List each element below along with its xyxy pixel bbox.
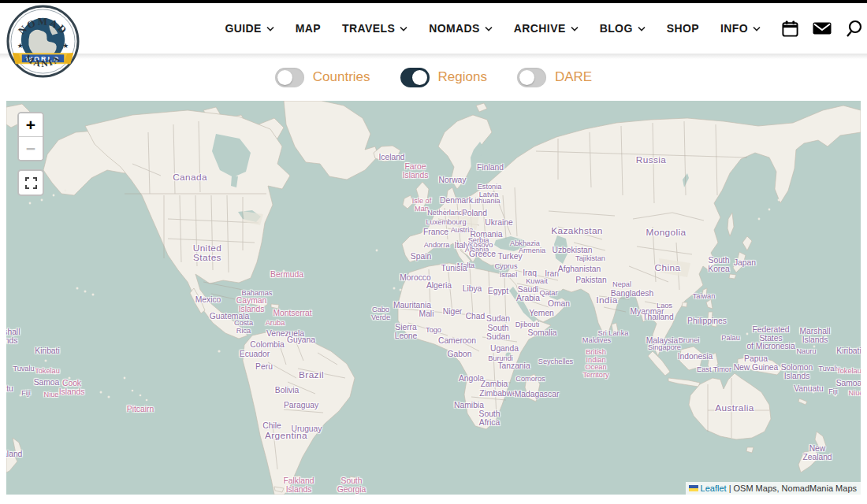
nomadmania-logo[interactable]: NOMAD ★ ★ WORLD MANIA: [6, 5, 80, 78]
regions-toggle[interactable]: [400, 68, 430, 87]
map-attribution: Leaflet | OSM Maps, NomadMania Maps: [686, 482, 861, 495]
chevron-down-icon: [571, 26, 579, 32]
toggle-label-dare: DARE: [555, 69, 592, 85]
leaflet-link[interactable]: Leaflet: [701, 484, 727, 493]
nav-item-label: GUIDE: [225, 22, 261, 35]
site-header: NOMAD ★ ★ WORLD MANIA GUIDEMAPTRAVELSNOM…: [0, 3, 867, 54]
toggle-group-regions: Regions: [400, 68, 487, 87]
attribution-separator: |: [729, 484, 731, 493]
countries-toggle[interactable]: [275, 68, 304, 87]
nav-item-guide[interactable]: GUIDE: [225, 22, 273, 35]
toggle-knob: [412, 70, 427, 85]
ukraine-flag-icon: [689, 485, 698, 491]
nav-item-nomads[interactable]: NOMADS: [429, 22, 493, 35]
chevron-down-icon: [638, 26, 646, 32]
map-mode-toggles: CountriesRegionsDARE: [0, 54, 867, 101]
search-icon[interactable]: [845, 20, 862, 38]
toggle-knob: [277, 70, 292, 85]
chevron-down-icon: [400, 26, 407, 32]
toggle-label-regions: Regions: [438, 69, 487, 85]
nav-item-label: MAP: [296, 22, 321, 35]
nav-item-shop[interactable]: SHOP: [667, 22, 699, 35]
mail-icon[interactable]: [813, 20, 832, 36]
nav-item-label: NOMADS: [429, 22, 480, 35]
world-map[interactable]: CanadaUnited StatesMexicoGuatemalaBermud…: [6, 101, 861, 495]
fullscreen-button[interactable]: [17, 169, 44, 196]
nav-menu: GUIDEMAPTRAVELSNOMADSARCHIVEBLOGSHOPINFO: [225, 22, 761, 35]
nav-item-label: BLOG: [600, 22, 633, 35]
nav-item-travels[interactable]: TRAVELS: [342, 22, 407, 35]
zoom-in-button[interactable]: +: [19, 113, 43, 136]
chevron-down-icon: [753, 26, 761, 32]
fullscreen-icon: [25, 177, 37, 189]
header-icon-buttons: [781, 20, 862, 38]
chevron-down-icon: [266, 26, 274, 32]
nav-item-map[interactable]: MAP: [296, 22, 321, 35]
main-nav: GUIDEMAPTRAVELSNOMADSARCHIVEBLOGSHOPINFO: [225, 3, 862, 54]
logo-star-left: ★: [17, 42, 24, 50]
toggle-label-countries: Countries: [313, 69, 370, 85]
nav-item-label: TRAVELS: [342, 22, 395, 35]
map-tiles: [6, 101, 861, 495]
toggle-group-dare: DARE: [517, 68, 592, 87]
toggle-knob: [519, 70, 534, 85]
nav-item-label: ARCHIVE: [514, 22, 566, 35]
nav-item-archive[interactable]: ARCHIVE: [514, 22, 579, 35]
chevron-down-icon: [485, 26, 493, 32]
attribution-text: OSM Maps, NomadMania Maps: [734, 484, 858, 493]
map-zoom-control: + −: [17, 112, 44, 161]
nav-item-label: SHOP: [667, 22, 699, 35]
dare-toggle[interactable]: [517, 68, 546, 87]
nav-item-label: INFO: [720, 22, 748, 35]
zoom-out-button[interactable]: −: [19, 136, 43, 160]
logo-star-right: ★: [62, 42, 69, 50]
nav-item-info[interactable]: INFO: [720, 22, 761, 35]
toggle-group-countries: Countries: [275, 68, 370, 87]
nav-item-blog[interactable]: BLOG: [600, 22, 646, 35]
calendar-icon[interactable]: [781, 20, 799, 38]
